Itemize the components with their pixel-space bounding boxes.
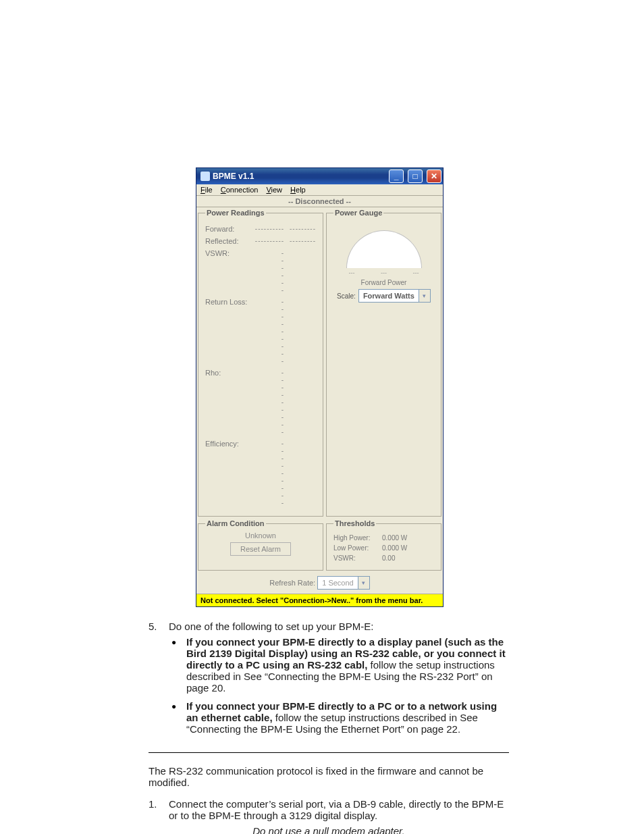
alarm-condition-panel: Alarm Condition Unknown Reset Alarm <box>198 519 323 571</box>
vswr-value: ------ <box>281 249 284 294</box>
rs232-fixed-paragraph: The RS-232 communication protocol is fix… <box>149 765 509 788</box>
minimize-button[interactable]: _ <box>389 170 404 183</box>
efficiency-label: Efficiency: <box>205 440 250 506</box>
menu-file[interactable]: File <box>200 186 213 194</box>
reflected-label: Reflected: <box>205 237 250 245</box>
maximize-button[interactable]: □ <box>408 170 423 183</box>
thresholds-panel: Thresholds High Power: 0.000 W Low Power… <box>326 519 441 571</box>
gauge-ticks: --------- <box>349 269 419 276</box>
menu-help[interactable]: Help <box>290 186 306 194</box>
reflected-unit: --------- <box>290 237 316 245</box>
app-window: BPME v1.1 _ □ ✕ File Connection View Hel… <box>196 167 444 607</box>
scale-combo[interactable]: Forward Watts ▾ <box>358 289 431 303</box>
gauge-caption: Forward Power <box>333 279 434 286</box>
close-button[interactable]: ✕ <box>427 170 441 183</box>
thresholds-legend: Thresholds <box>333 519 376 527</box>
reflected-value: ---------- <box>255 237 284 245</box>
step-5: 5. Do one of the following to set up you… <box>149 621 509 735</box>
forward-unit: --------- <box>290 225 316 233</box>
thresh-vswr-value: 0.00 <box>382 554 395 562</box>
power-gauge-panel: Power Gauge --------- Forward Power Scal… <box>326 209 441 517</box>
statusbar: Not connected. Select "Connection->New..… <box>196 594 443 606</box>
vswr-label: VSWR: <box>205 249 250 294</box>
forward-label: Forward: <box>205 225 250 233</box>
power-readings-legend: Power Readings <box>205 209 266 217</box>
power-readings-panel: Power Readings Forward: ---------- -----… <box>198 209 323 517</box>
refresh-label: Refresh Rate: <box>269 579 315 587</box>
app-icon <box>200 172 210 181</box>
alarm-legend: Alarm Condition <box>205 519 266 527</box>
thresh-vswr-label: VSWR: <box>333 554 377 562</box>
menu-connection[interactable]: Connection <box>221 186 259 194</box>
step-1-number: 1. <box>149 798 157 810</box>
refresh-combo[interactable]: 1 Second ▾ <box>317 576 369 590</box>
efficiency-value: --------- <box>281 440 284 506</box>
step-5-text: Do one of the following to set up your B… <box>169 621 374 632</box>
app-screenshot: BPME v1.1 _ □ ✕ File Connection View Hel… <box>196 167 509 607</box>
menubar: File Connection View Help <box>196 184 443 195</box>
return-loss-value: --------- <box>281 298 284 365</box>
step-1: 1. Connect the computer’s serial port, v… <box>149 798 509 821</box>
forward-value: ---------- <box>255 225 284 233</box>
rho-label: Rho: <box>205 369 250 436</box>
step-5-number: 5. <box>149 621 157 632</box>
scale-value: Forward Watts <box>359 292 419 300</box>
power-gauge-legend: Power Gauge <box>333 209 383 217</box>
return-loss-label: Return Loss: <box>205 298 250 365</box>
note-null-modem: Do not use a null modem adapter. <box>149 825 509 834</box>
reset-alarm-button[interactable]: Reset Alarm <box>230 542 291 556</box>
refresh-value: 1 Second <box>318 579 357 587</box>
bullet-ethernet: If you connect your BPM-E directly to a … <box>186 700 509 735</box>
low-power-value: 0.000 W <box>382 544 407 552</box>
chevron-down-icon: ▾ <box>419 290 430 302</box>
chevron-down-icon: ▾ <box>358 577 369 589</box>
bullet-rs232: If you connect your BPM-E directly to a … <box>186 636 509 694</box>
gauge <box>333 221 434 268</box>
high-power-value: 0.000 W <box>382 534 407 542</box>
gauge-arc <box>346 230 422 268</box>
rho-value: --------- <box>281 369 284 436</box>
scale-label: Scale: <box>337 292 356 300</box>
window-title: BPME v1.1 <box>213 172 385 181</box>
refresh-rate-row: Refresh Rate: 1 Second ▾ <box>196 572 443 594</box>
section-separator <box>149 752 509 753</box>
document-body: 5. Do one of the following to set up you… <box>149 621 509 834</box>
step-1-text: Connect the computer’s serial port, via … <box>169 798 504 821</box>
high-power-label: High Power: <box>333 534 377 542</box>
menu-view[interactable]: View <box>266 186 282 194</box>
alarm-status: Unknown <box>205 531 316 540</box>
low-power-label: Low Power: <box>333 544 377 552</box>
titlebar: BPME v1.1 _ □ ✕ <box>196 168 443 184</box>
connection-status: -- Disconnected -- <box>196 195 443 207</box>
